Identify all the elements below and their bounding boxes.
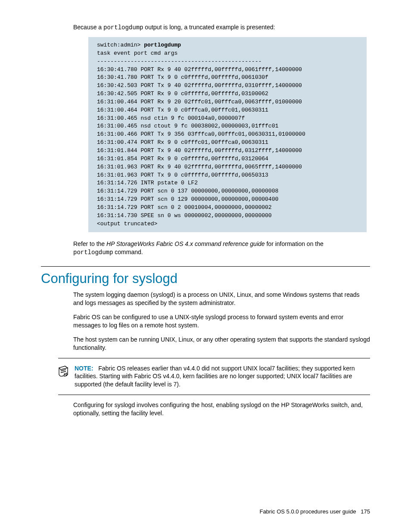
refer-after: command. — [113, 249, 143, 255]
section-divider — [41, 266, 370, 267]
refer-doc: HP StorageWorks Fabric OS 4.x command re… — [106, 240, 265, 247]
document-page: Because a portlogdump output is long, a … — [0, 0, 411, 532]
note-bottom-rule — [58, 395, 370, 395]
body-paragraph-4: Configuring for syslogd involves configu… — [73, 401, 370, 417]
footer-page: 175 — [361, 508, 370, 515]
section-heading: Configuring for syslogd — [41, 271, 370, 286]
body-paragraph-1: The system logging daemon (syslogd) is a… — [73, 291, 370, 307]
note-text: Fabric OS releases earlier than v4.4.0 d… — [75, 365, 355, 388]
intro-after: output is long, a truncated example is p… — [143, 24, 275, 31]
code-output: task event port cmd args ---------------… — [97, 50, 305, 227]
note-body: NOTE: Fabric OS releases earlier than v4… — [75, 364, 370, 389]
note-label: NOTE: — [75, 365, 93, 372]
code-command: portlogdump — [144, 42, 181, 48]
body-paragraph-2: Fabric OS can be configured to use a UNI… — [73, 313, 370, 330]
refer-cmd: portlogdump — [73, 249, 113, 256]
intro-paragraph: Because a portlogdump output is long, a … — [73, 24, 370, 31]
footer-title: Fabric OS 5.0.0 procedures user guide — [259, 508, 356, 515]
note-row: NOTE: Fabric OS releases earlier than v4… — [58, 364, 370, 389]
note-top-rule — [58, 358, 370, 358]
code-example-block: switch:admin> portlogdump task event por… — [88, 37, 367, 232]
refer-paragraph: Refer to the HP StorageWorks Fabric OS 4… — [73, 240, 370, 257]
note-block: NOTE: Fabric OS releases earlier than v4… — [58, 358, 370, 395]
body-paragraph-3: The host system can be running UNIX, Lin… — [73, 336, 370, 352]
note-icon — [58, 364, 68, 389]
page-footer: Fabric OS 5.0.0 procedures user guide 17… — [259, 508, 370, 515]
refer-before: Refer to the — [73, 240, 106, 247]
intro-before: Because a — [73, 24, 103, 31]
intro-command: portlogdump — [103, 24, 143, 31]
refer-mid: for information on the — [265, 240, 324, 247]
code-prompt: switch:admin> — [97, 42, 144, 48]
